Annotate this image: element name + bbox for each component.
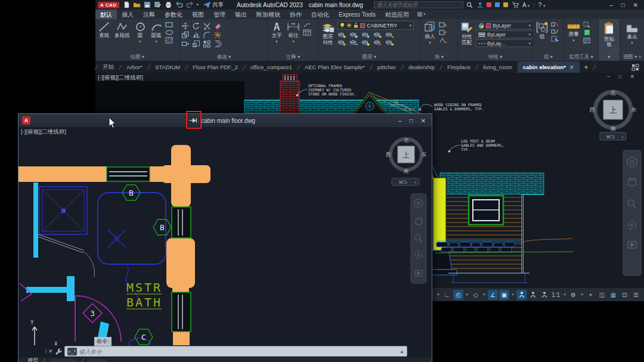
quick-select-icon[interactable] (583, 21, 591, 28)
plot-icon[interactable] (165, 1, 172, 8)
viewport-controls[interactable]: [-][俯视][二维线框] (98, 74, 143, 82)
ortho-toggle[interactable]: ∟ (442, 290, 452, 300)
panel-view-footer[interactable]: 视图 ▾ » (620, 53, 644, 61)
arc-button[interactable]: 圆弧 ▾ (149, 21, 164, 45)
command-grip[interactable]: ⁞⁞ (45, 348, 47, 354)
layer-walk-icon[interactable] (373, 39, 382, 46)
panel-utilities-footer[interactable]: 实用工具 ▾ (564, 53, 598, 61)
tab-annotate[interactable]: 注释 (138, 10, 160, 19)
file-tab-arbor[interactable]: Arbor* (121, 61, 148, 73)
rotate-icon[interactable] (192, 22, 200, 30)
panel-draw-footer[interactable]: 绘图 ▾ (95, 53, 179, 61)
command-history-up-icon[interactable]: ▲ (400, 349, 404, 354)
table-icon[interactable] (303, 29, 311, 36)
measure-button[interactable]: 测量 ▾ (565, 21, 582, 44)
autocad-logo[interactable]: A CAD (98, 2, 119, 8)
tab-home[interactable]: 默认 (95, 10, 117, 19)
object-snap-toggle[interactable]: ▣ (499, 290, 509, 300)
panel-annotate-footer[interactable]: 注释 ▾ (268, 53, 318, 61)
stretch-icon[interactable] (181, 40, 190, 48)
float-close-button[interactable]: ✕ (421, 117, 426, 124)
tab-parametric[interactable]: 参数化 (160, 10, 187, 19)
command-input-field[interactable]: >_▾ ▲ (64, 346, 407, 357)
help-icon[interactable]: ? ▾ (538, 2, 546, 8)
search-icon[interactable] (466, 2, 473, 8)
annotation-visibility-toggle[interactable] (516, 290, 527, 300)
file-tab-aec[interactable]: AEC Plan Elev Sample* (299, 61, 370, 73)
insert-dropdown[interactable]: ▾ (429, 40, 431, 45)
dimension-button[interactable]: 标注 ▾ (285, 21, 302, 45)
float-navigation-bar[interactable] (411, 194, 426, 283)
ellipse-icon[interactable] (165, 29, 174, 36)
file-tab-fireplace[interactable]: Fireplace (442, 61, 476, 73)
layer-current-icon[interactable] (361, 39, 370, 46)
floating-drawing-area[interactable]: [-][俯视][二维线框] (18, 127, 432, 345)
panel-properties-footer[interactable]: 特性 ▾ (458, 53, 532, 61)
tab-close-icon[interactable]: ✕ (569, 64, 574, 70)
polar-tracking-toggle[interactable]: ◴ (453, 290, 463, 300)
undo-icon[interactable] (175, 1, 183, 8)
app-icon-blue[interactable] (495, 2, 500, 7)
erase-icon[interactable] (213, 22, 222, 30)
ribbon-display-toggle[interactable]: ▾ (417, 10, 426, 19)
clipboard-paste-button[interactable]: 剪贴板 (600, 21, 618, 48)
lineweight-select[interactable]: ByLayer ▾ (476, 30, 532, 38)
command-prompt-icon[interactable]: >_▾ (67, 348, 77, 355)
document-window-controls[interactable]: – □ ✕ (607, 73, 638, 79)
layout-tab[interactable] (88, 359, 106, 362)
redo-icon[interactable] (186, 1, 194, 8)
offset-icon[interactable] (213, 40, 222, 48)
file-tab-livingroom[interactable]: living_room (478, 61, 518, 73)
layer-prev-icon[interactable] (349, 39, 358, 46)
circle-dropdown[interactable]: ▾ (139, 39, 141, 44)
workspace-switching-gear[interactable]: ⚙ (568, 290, 578, 300)
match-properties-button[interactable]: 特性 匹配 (459, 21, 475, 46)
new-drawing-tab-button[interactable]: + (580, 61, 593, 73)
app-icon-gold[interactable] (503, 2, 508, 7)
tab-output[interactable]: 输出 (230, 10, 252, 19)
layer-select[interactable]: CABINETRY ▾ (338, 21, 414, 30)
isolate-objects[interactable]: ◫ (597, 290, 607, 300)
tab-automate[interactable]: 自动化 (306, 10, 334, 19)
file-tab-floorplan[interactable]: Floor Plan PDF_2 (187, 61, 243, 73)
wrench-icon[interactable] (55, 348, 63, 355)
layer-freeze-icon[interactable] (361, 31, 370, 38)
save-icon[interactable] (144, 1, 151, 8)
tab-express-tools[interactable]: Express Tools (334, 10, 380, 19)
mirror-icon[interactable] (192, 31, 200, 39)
navigation-bar[interactable] (623, 150, 641, 276)
group-select-icon[interactable] (551, 36, 559, 42)
app-store-cart-icon[interactable] (512, 2, 519, 8)
float-minimize-button[interactable]: – (398, 117, 402, 124)
ungroup-icon[interactable] (551, 21, 559, 27)
edit-attribute-icon[interactable] (439, 37, 447, 44)
float-viewport-controls[interactable]: [-][俯视][二维线框] (21, 128, 66, 136)
graphics-performance[interactable]: ▦ (608, 290, 618, 300)
float-viewcube[interactable]: 北 南 西 东 上 WCS ▾ (386, 137, 427, 185)
measure-dropdown[interactable]: ▾ (572, 38, 575, 43)
new-file-icon[interactable] (123, 1, 130, 8)
command-input[interactable] (79, 348, 398, 355)
annotation-monitor[interactable]: + (586, 290, 596, 300)
explode-icon[interactable] (213, 31, 222, 39)
sign-in-icon[interactable] (476, 2, 483, 8)
tab-insert[interactable]: 插入 (117, 10, 138, 19)
base-dropdown[interactable]: ▾ (631, 40, 633, 45)
scale-icon[interactable] (192, 40, 200, 48)
leader-icon[interactable] (303, 21, 311, 28)
text-dropdown[interactable]: ▾ (275, 39, 278, 44)
id-point-icon[interactable] (583, 37, 591, 44)
file-tab-stadium[interactable]: STADIUM (150, 61, 185, 73)
layer-unisolate-icon[interactable] (338, 39, 346, 46)
search-input[interactable] (374, 1, 463, 8)
dimension-dropdown[interactable]: ▾ (292, 39, 295, 44)
qat-dropdown-icon[interactable]: ▾ (197, 2, 199, 7)
close-button[interactable]: ✕ (633, 2, 638, 8)
open-folder-icon[interactable] (133, 1, 141, 8)
file-tab-cabin-elevation[interactable]: cabin elevation*✕ (518, 61, 580, 73)
floating-drawing-window[interactable]: A cabin main floor.dwg – □ ✕ [-][俯视][二维线… (18, 113, 432, 362)
layer-lock-icon[interactable] (373, 31, 382, 38)
layer-state-icon[interactable] (385, 39, 394, 46)
floating-title-bar[interactable]: A cabin main floor.dwg – □ ✕ (18, 114, 432, 127)
status-menu[interactable]: ☰ (631, 290, 641, 300)
